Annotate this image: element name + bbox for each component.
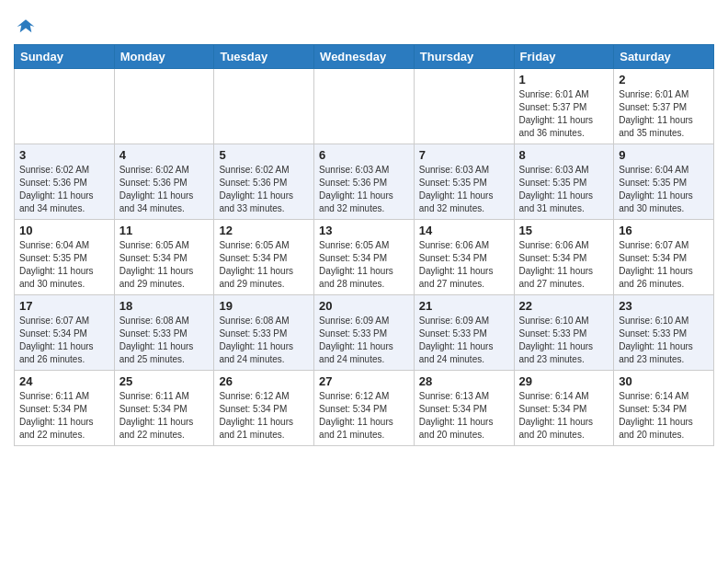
calendar-cell: 19Sunrise: 6:08 AM Sunset: 5:33 PM Dayli… xyxy=(214,295,314,371)
day-number: 28 xyxy=(419,374,509,388)
calendar-cell: 17Sunrise: 6:07 AM Sunset: 5:34 PM Dayli… xyxy=(15,295,115,371)
day-info: Sunrise: 6:07 AM Sunset: 5:34 PM Dayligh… xyxy=(19,315,109,366)
svg-marker-0 xyxy=(17,19,35,32)
day-info: Sunrise: 6:14 AM Sunset: 5:34 PM Dayligh… xyxy=(619,390,709,442)
day-info: Sunrise: 6:03 AM Sunset: 5:35 PM Dayligh… xyxy=(419,164,509,215)
day-number: 12 xyxy=(219,224,309,237)
calendar-cell: 16Sunrise: 6:07 AM Sunset: 5:34 PM Dayli… xyxy=(614,220,714,295)
day-number: 19 xyxy=(219,299,309,313)
day-info: Sunrise: 6:04 AM Sunset: 5:35 PM Dayligh… xyxy=(619,164,709,215)
day-number: 2 xyxy=(619,73,709,86)
day-number: 24 xyxy=(19,374,109,388)
day-number: 5 xyxy=(219,148,309,162)
weekday-header-friday: Friday xyxy=(514,45,614,69)
day-info: Sunrise: 6:07 AM Sunset: 5:34 PM Dayligh… xyxy=(619,239,709,291)
day-number: 21 xyxy=(419,299,509,313)
day-info: Sunrise: 6:06 AM Sunset: 5:34 PM Dayligh… xyxy=(519,239,609,291)
calendar-cell: 15Sunrise: 6:06 AM Sunset: 5:34 PM Dayli… xyxy=(514,220,614,295)
calendar-table: SundayMondayTuesdayWednesdayThursdayFrid… xyxy=(14,44,714,446)
calendar-cell: 26Sunrise: 6:12 AM Sunset: 5:34 PM Dayli… xyxy=(214,371,314,446)
day-info: Sunrise: 6:01 AM Sunset: 5:37 PM Dayligh… xyxy=(619,88,709,140)
calendar-cell: 29Sunrise: 6:14 AM Sunset: 5:34 PM Dayli… xyxy=(514,371,614,446)
calendar-week-row: 17Sunrise: 6:07 AM Sunset: 5:34 PM Dayli… xyxy=(15,295,714,371)
weekday-header-wednesday: Wednesday xyxy=(314,45,415,69)
calendar-cell: 4Sunrise: 6:02 AM Sunset: 5:36 PM Daylig… xyxy=(114,144,214,220)
day-number: 14 xyxy=(419,224,509,237)
day-number: 10 xyxy=(19,224,109,237)
day-info: Sunrise: 6:14 AM Sunset: 5:34 PM Dayligh… xyxy=(519,390,609,442)
calendar-cell: 9Sunrise: 6:04 AM Sunset: 5:35 PM Daylig… xyxy=(614,144,714,220)
calendar-cell: 22Sunrise: 6:10 AM Sunset: 5:33 PM Dayli… xyxy=(514,295,614,371)
calendar-cell: 25Sunrise: 6:11 AM Sunset: 5:34 PM Dayli… xyxy=(114,371,214,446)
calendar-cell: 7Sunrise: 6:03 AM Sunset: 5:35 PM Daylig… xyxy=(414,144,514,220)
calendar-cell: 8Sunrise: 6:03 AM Sunset: 5:35 PM Daylig… xyxy=(514,144,614,220)
weekday-header-tuesday: Tuesday xyxy=(214,45,314,69)
day-info: Sunrise: 6:12 AM Sunset: 5:34 PM Dayligh… xyxy=(219,390,309,442)
day-info: Sunrise: 6:08 AM Sunset: 5:33 PM Dayligh… xyxy=(219,315,309,366)
day-info: Sunrise: 6:02 AM Sunset: 5:36 PM Dayligh… xyxy=(219,164,309,215)
day-info: Sunrise: 6:08 AM Sunset: 5:33 PM Dayligh… xyxy=(119,315,210,366)
day-number: 8 xyxy=(519,148,609,162)
day-number: 23 xyxy=(619,299,709,313)
calendar-cell: 10Sunrise: 6:04 AM Sunset: 5:35 PM Dayli… xyxy=(15,220,115,295)
day-number: 20 xyxy=(319,299,409,313)
calendar-cell: 18Sunrise: 6:08 AM Sunset: 5:33 PM Dayli… xyxy=(114,295,214,371)
day-info: Sunrise: 6:06 AM Sunset: 5:34 PM Dayligh… xyxy=(419,239,509,291)
day-number: 9 xyxy=(619,148,709,162)
weekday-header-row: SundayMondayTuesdayWednesdayThursdayFrid… xyxy=(15,45,714,69)
day-info: Sunrise: 6:04 AM Sunset: 5:35 PM Dayligh… xyxy=(19,239,109,291)
calendar-cell xyxy=(414,69,514,144)
day-info: Sunrise: 6:10 AM Sunset: 5:33 PM Dayligh… xyxy=(619,315,709,366)
calendar-cell: 21Sunrise: 6:09 AM Sunset: 5:33 PM Dayli… xyxy=(414,295,514,371)
logo-bird-icon xyxy=(16,17,36,37)
calendar-cell: 28Sunrise: 6:13 AM Sunset: 5:34 PM Dayli… xyxy=(414,371,514,446)
day-number: 29 xyxy=(519,374,609,388)
day-number: 27 xyxy=(319,374,409,388)
day-number: 6 xyxy=(319,148,409,162)
calendar-cell xyxy=(214,69,314,144)
calendar-cell: 24Sunrise: 6:11 AM Sunset: 5:34 PM Dayli… xyxy=(15,371,115,446)
day-info: Sunrise: 6:02 AM Sunset: 5:36 PM Dayligh… xyxy=(19,164,109,215)
day-info: Sunrise: 6:11 AM Sunset: 5:34 PM Dayligh… xyxy=(19,390,109,442)
day-info: Sunrise: 6:13 AM Sunset: 5:34 PM Dayligh… xyxy=(419,390,509,442)
calendar-cell: 13Sunrise: 6:05 AM Sunset: 5:34 PM Dayli… xyxy=(314,220,415,295)
day-info: Sunrise: 6:05 AM Sunset: 5:34 PM Dayligh… xyxy=(219,239,309,291)
day-number: 22 xyxy=(519,299,609,313)
day-number: 7 xyxy=(419,148,509,162)
calendar-cell: 11Sunrise: 6:05 AM Sunset: 5:34 PM Dayli… xyxy=(114,220,214,295)
calendar-cell: 23Sunrise: 6:10 AM Sunset: 5:33 PM Dayli… xyxy=(614,295,714,371)
calendar-cell: 12Sunrise: 6:05 AM Sunset: 5:34 PM Dayli… xyxy=(214,220,314,295)
calendar-cell: 20Sunrise: 6:09 AM Sunset: 5:33 PM Dayli… xyxy=(314,295,415,371)
day-number: 30 xyxy=(619,374,709,388)
day-info: Sunrise: 6:03 AM Sunset: 5:35 PM Dayligh… xyxy=(519,164,609,215)
page: SundayMondayTuesdayWednesdayThursdayFrid… xyxy=(0,0,728,563)
calendar-cell: 14Sunrise: 6:06 AM Sunset: 5:34 PM Dayli… xyxy=(414,220,514,295)
day-info: Sunrise: 6:10 AM Sunset: 5:33 PM Dayligh… xyxy=(519,315,609,366)
calendar-week-row: 24Sunrise: 6:11 AM Sunset: 5:34 PM Dayli… xyxy=(15,371,714,446)
weekday-header-sunday: Sunday xyxy=(15,45,115,69)
day-info: Sunrise: 6:05 AM Sunset: 5:34 PM Dayligh… xyxy=(119,239,210,291)
calendar-cell: 30Sunrise: 6:14 AM Sunset: 5:34 PM Dayli… xyxy=(614,371,714,446)
day-number: 11 xyxy=(119,224,210,237)
calendar-week-row: 1Sunrise: 6:01 AM Sunset: 5:37 PM Daylig… xyxy=(15,69,714,144)
day-number: 25 xyxy=(119,374,210,388)
day-info: Sunrise: 6:03 AM Sunset: 5:36 PM Dayligh… xyxy=(319,164,409,215)
weekday-header-thursday: Thursday xyxy=(414,45,514,69)
calendar-cell xyxy=(114,69,214,144)
day-info: Sunrise: 6:01 AM Sunset: 5:37 PM Dayligh… xyxy=(519,88,609,140)
day-number: 15 xyxy=(519,224,609,237)
calendar-cell: 1Sunrise: 6:01 AM Sunset: 5:37 PM Daylig… xyxy=(514,69,614,144)
header xyxy=(14,9,714,37)
day-number: 26 xyxy=(219,374,309,388)
day-info: Sunrise: 6:12 AM Sunset: 5:34 PM Dayligh… xyxy=(319,390,409,442)
day-info: Sunrise: 6:11 AM Sunset: 5:34 PM Dayligh… xyxy=(119,390,210,442)
day-number: 1 xyxy=(519,73,609,86)
calendar-cell xyxy=(314,69,415,144)
calendar-cell: 27Sunrise: 6:12 AM Sunset: 5:34 PM Dayli… xyxy=(314,371,415,446)
weekday-header-monday: Monday xyxy=(114,45,214,69)
day-number: 13 xyxy=(319,224,409,237)
day-number: 17 xyxy=(19,299,109,313)
calendar-cell: 5Sunrise: 6:02 AM Sunset: 5:36 PM Daylig… xyxy=(214,144,314,220)
day-info: Sunrise: 6:09 AM Sunset: 5:33 PM Dayligh… xyxy=(319,315,409,366)
logo xyxy=(14,17,36,37)
